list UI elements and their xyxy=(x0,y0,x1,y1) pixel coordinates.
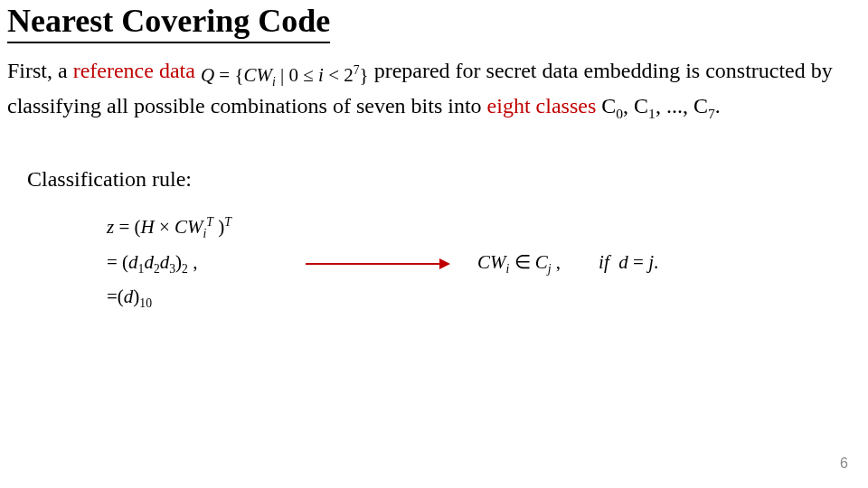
text: First, a xyxy=(7,59,73,82)
sym-CW: CW xyxy=(477,251,506,273)
sub-i: i xyxy=(203,228,207,241)
formula-result: CWi ∈ Cj , if d = j. xyxy=(477,251,658,277)
text: = ( xyxy=(114,216,140,238)
text: C xyxy=(596,94,616,117)
sym-d: d xyxy=(128,251,138,273)
sub: 1 xyxy=(648,105,656,120)
page-number: 6 xyxy=(840,455,848,472)
text: = { xyxy=(214,64,243,86)
term-eight-classes: eight classes xyxy=(487,94,597,117)
text: = xyxy=(628,251,648,273)
sub-base: 2 xyxy=(182,262,188,276)
sub: 0 xyxy=(616,105,623,120)
text: < 2 xyxy=(324,64,354,86)
text: ∈ xyxy=(509,251,535,273)
text: . xyxy=(715,94,721,117)
arrow-icon xyxy=(306,257,450,271)
slide-title: Nearest Covering Code xyxy=(7,2,330,43)
text: , ..., C xyxy=(656,94,708,117)
text: . xyxy=(654,251,658,273)
sup-T: T xyxy=(224,215,231,229)
sub: 2 xyxy=(154,262,160,276)
sup-T: T xyxy=(206,215,213,229)
text xyxy=(561,251,599,273)
text: ) xyxy=(213,216,224,238)
text: } xyxy=(360,64,369,86)
sym-Q: Q xyxy=(201,64,214,86)
classification-rule-label: Classification rule: xyxy=(27,167,861,192)
formula-row-3: =(d)10 xyxy=(107,286,861,311)
slide: Nearest Covering Code First, a reference… xyxy=(0,0,868,488)
sup-7: 7 xyxy=(354,63,360,77)
text: | 0 ≤ xyxy=(276,64,318,86)
sym-d: d xyxy=(160,251,170,273)
intro-paragraph: First, a reference data Q = {CWi | 0 ≤ i… xyxy=(7,56,857,122)
term-reference-data: reference data xyxy=(73,59,195,82)
sym-d: d xyxy=(618,251,628,273)
word-if: if xyxy=(599,251,609,273)
sym-d: d xyxy=(144,251,154,273)
sym-d: d xyxy=(124,286,134,307)
text: , xyxy=(188,251,198,273)
text: =( xyxy=(107,286,124,307)
sym-CW: CW xyxy=(244,64,273,86)
text: = ( xyxy=(107,251,128,273)
svg-marker-1 xyxy=(439,258,450,269)
text: × xyxy=(155,216,175,238)
sub-base: 10 xyxy=(139,296,152,310)
formula-Q-def: Q = {CWi | 0 ≤ i < 27} xyxy=(201,62,369,91)
formula-block: z = (H × CWiT )T = (d1d2d3)2 , =(d)10 CW… xyxy=(107,215,861,324)
formula-row-1: z = (H × CWiT )T xyxy=(107,215,861,241)
text: , C xyxy=(623,94,648,117)
sym-CW: CW xyxy=(175,216,203,238)
sub: 7 xyxy=(708,105,715,120)
text xyxy=(609,251,619,273)
sym-H: H xyxy=(141,216,155,238)
text: , xyxy=(552,251,561,273)
sym-z: z xyxy=(107,216,114,238)
sym-C: C xyxy=(535,251,548,273)
